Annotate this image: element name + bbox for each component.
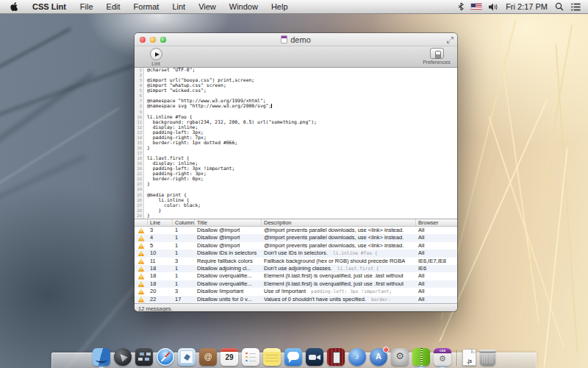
dock-itunes-icon[interactable]: ♪ (348, 348, 366, 366)
dock-mission-control-icon[interactable] (135, 348, 153, 366)
window-controls (140, 37, 166, 43)
column-cell: 1 (173, 265, 195, 272)
description-text: @import prevents parallel downloads, use… (264, 242, 404, 250)
dock-calendar-icon[interactable]: 29 (220, 348, 238, 366)
dock-notes-icon[interactable] (263, 348, 281, 366)
column-header-description[interactable]: Description (262, 219, 416, 226)
status-bar: 12 messages. (135, 303, 457, 311)
dock-js-file-icon[interactable]: .js (462, 349, 476, 366)
dock-trash-icon[interactable] (480, 350, 495, 366)
icon-glyph: A (370, 352, 387, 361)
line-number: 8 (135, 104, 143, 109)
table-row[interactable]: 101Disallow IDs in selectorsDon't use ID… (135, 250, 457, 257)
dock-messages-icon[interactable] (284, 348, 302, 366)
warning-cell (135, 234, 148, 241)
dock-reminders-icon[interactable] (242, 348, 259, 366)
spotlight-icon[interactable] (555, 2, 564, 11)
apple-menu[interactable] (0, 1, 25, 12)
line-cell: 18 (148, 272, 173, 280)
menu-bar: CSS Lint FileEditFormatLintViewWindowHel… (0, 0, 588, 14)
warning-cell (135, 272, 148, 280)
line-number: 24 (135, 187, 143, 192)
description-cell: Don't use adjoining classes.li.last.firs… (262, 265, 416, 272)
column-header-title[interactable]: Title (195, 219, 262, 226)
zoom-button[interactable] (160, 37, 166, 43)
preferences-button-label: Preferences (420, 60, 453, 65)
dock-contacts-icon[interactable]: @ (199, 348, 217, 366)
description-cell: Don't use IDs in selectors.li.inline #fo… (262, 250, 416, 257)
table-row[interactable]: 181Disallow overqualifie...Element (li.l… (135, 280, 457, 288)
warning-icon (138, 266, 145, 272)
input-language-flag-icon[interactable] (471, 4, 481, 10)
browser-cell: IE6 (416, 265, 457, 272)
table-row[interactable]: 2217Disallow units for 0 v...Values of 0… (135, 296, 457, 303)
menu-item-lint[interactable]: Lint (165, 2, 192, 11)
document-proxy-icon[interactable] (281, 35, 287, 43)
column-header-browser[interactable]: Browser (416, 219, 457, 226)
fullscreen-icon[interactable] (447, 37, 453, 43)
lint-button[interactable]: Lint (142, 48, 170, 66)
menu-item-help[interactable]: Help (265, 2, 295, 11)
line-number: 23 (135, 182, 143, 187)
title-cell: Disallow overqualifie... (195, 280, 262, 288)
code-line: 5@import "wicked.css"; (135, 88, 457, 93)
code-text: } (143, 213, 150, 219)
line-cell: 4 (148, 234, 173, 241)
code-line: 1@charset "UTF-8"; (135, 68, 457, 73)
close-button[interactable] (140, 37, 146, 43)
title-group: demo (281, 35, 311, 44)
icon-glyph: ♪ (348, 352, 366, 361)
line-cell: 22 (148, 296, 173, 303)
menu-item-view[interactable]: View (192, 2, 223, 11)
dock-finder-icon[interactable] (93, 348, 110, 366)
warning-cell (135, 227, 148, 234)
dock-app-store-icon[interactable]: A (370, 348, 387, 366)
table-row[interactable]: 181Disallow adjoining cl...Don't use adj… (135, 265, 457, 272)
code-line: 28 } (135, 208, 457, 213)
dock-system-preferences-icon[interactable] (391, 348, 409, 366)
dock-launchpad-icon[interactable] (114, 348, 132, 366)
menu-item-file[interactable]: File (74, 2, 100, 11)
volume-icon[interactable] (489, 3, 498, 11)
table-row[interactable]: 113Require fallback colorsFallback backg… (135, 258, 457, 265)
column-header-column[interactable]: Column (173, 219, 195, 226)
menu-item-window[interactable]: Window (223, 2, 265, 11)
bluetooth-icon[interactable] (458, 2, 464, 11)
table-row[interactable]: 41Disallow @import@import prevents paral… (135, 234, 457, 241)
line-number: 13 (135, 130, 143, 135)
menu-item-format[interactable]: Format (127, 2, 166, 11)
window-title: demo (290, 35, 311, 44)
dock-green-app-icon[interactable] (412, 348, 430, 366)
code-lines: 1@charset "UTF-8";23@import url("booya.c… (135, 68, 457, 219)
line-number: 18 (135, 156, 143, 161)
code-editor[interactable]: 1@charset "UTF-8";23@import url("booya.c… (135, 68, 457, 219)
title-bar[interactable]: demo (135, 33, 457, 46)
preferences-button[interactable]: Preferences (420, 48, 453, 65)
description-code: border- (371, 296, 391, 303)
dock-facetime-icon[interactable] (306, 348, 323, 366)
dock-icons: @29♪ACSS.js (93, 348, 495, 366)
table-row[interactable]: 51Disallow @import@import prevents paral… (135, 242, 457, 250)
column-cell: 1 (173, 227, 195, 234)
table-row[interactable]: 181Disallow overqualifie...Element (li.l… (135, 272, 457, 280)
notification-center-icon[interactable] (571, 3, 581, 11)
table-row[interactable]: 203Disallow !importantUse of !importantp… (135, 288, 457, 295)
results-table: 31Disallow @import@import prevents paral… (135, 227, 457, 303)
description-cell: @import prevents parallel downloads, use… (262, 242, 416, 250)
line-number: 19 (135, 161, 143, 166)
line-number: 20 (135, 166, 143, 171)
dock-csslint-app-icon[interactable]: CSS (434, 348, 451, 366)
warning-icon (138, 281, 145, 287)
dock-photo-booth-icon[interactable] (327, 348, 345, 366)
toolbar: Lint Preferences (135, 46, 457, 68)
menu-bar-clock[interactable]: Fri 2:17 PM (506, 2, 548, 11)
line-number: 5 (135, 88, 143, 93)
menu-item-edit[interactable]: Edit (100, 2, 127, 11)
dock-mail-icon[interactable] (178, 348, 196, 366)
app-menu-title[interactable]: CSS Lint (25, 2, 74, 11)
minimize-button[interactable] (150, 37, 156, 43)
column-header-line[interactable]: Line (148, 219, 173, 226)
dock-safari-icon[interactable] (157, 348, 174, 366)
table-row[interactable]: 31Disallow @import@import prevents paral… (135, 227, 457, 234)
code-line: 22 border-right: 0px; (135, 177, 457, 182)
